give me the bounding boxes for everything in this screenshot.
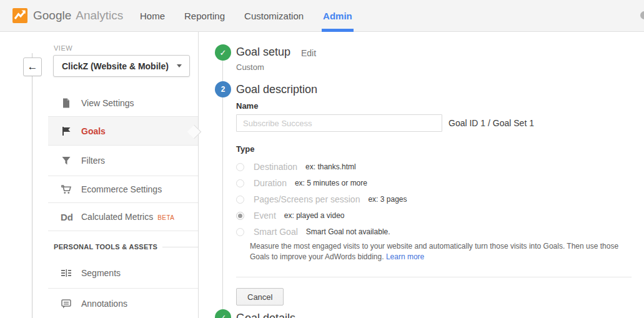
sidebar-item-segments[interactable]: Segments [48,257,198,289]
option-event[interactable]: Event ex: played a video [236,207,407,224]
calculated-metrics-icon: Dd [61,212,72,222]
sidebar-item-filters[interactable]: Filters [48,146,198,176]
annotation-icon [61,298,72,309]
step-2-circle: 2 [215,81,231,97]
option-label: Smart Goal [254,227,298,237]
sidebar-item-view-settings[interactable]: View Settings [48,89,198,117]
cancel-button[interactable]: Cancel [236,288,284,306]
radio-duration[interactable] [236,179,244,187]
type-label: Type [236,144,254,154]
name-label: Name [236,101,258,111]
check-icon: ✓ [220,313,227,318]
smart-goal-description-text: Measure the most engaged visits to your … [250,242,618,261]
step-2-number: 2 [221,85,225,94]
section-header-label: PERSONAL TOOLS & ASSETS [54,243,157,251]
option-hint: ex: played a video [284,211,345,220]
option-pages-per-session[interactable]: Pages/Screens per session ex: 3 pages [236,191,407,207]
sidebar-item-label: Ecommerce Settings [81,184,162,194]
nav-home-label: Home [140,11,165,21]
smart-goal-description: Measure the most engaged visits to your … [250,241,636,262]
funnel-icon [61,155,72,166]
step-1-complete-circle: ✓ [215,44,231,61]
radio-destination[interactable] [236,163,244,171]
personal-tools-section-header: PERSONAL TOOLS & ASSETS [48,231,198,257]
option-label: Duration [254,178,287,188]
nav-customization[interactable]: Customization [244,0,304,32]
caret-down-icon [177,64,182,67]
form-divider [236,277,632,277]
view-selector-value: ClickZ (Website & Mobile) [62,61,169,71]
learn-more-link[interactable]: Learn more [386,252,424,261]
sidebar-item-label: Calculated Metrics [81,212,153,222]
edit-link[interactable]: Edit [301,48,316,58]
step-3-circle: ✓ [215,309,231,318]
radio-pages-per-session[interactable] [236,196,244,204]
option-hint: Smart Goal not available. [306,227,390,236]
radio-smart-goal[interactable] [236,228,244,236]
cart-icon [61,184,72,195]
sidebar-rail-line [32,53,32,318]
google-analytics-admin-screen: Google Analytics Home Reporting Customiz… [0,0,644,318]
option-hint: ex: 5 minutes or more [295,179,367,187]
analytics-logo-icon [12,8,27,23]
sidebar-item-label: Goals [81,126,106,136]
sidebar-menu: View Settings Goals Filters Ecommerce Se… [48,89,198,318]
document-icon [61,97,72,109]
sidebar-item-ecommerce-settings[interactable]: Ecommerce Settings [48,176,198,203]
radio-dot [238,214,242,218]
option-destination[interactable]: Destination ex: thanks.html [236,159,407,175]
segments-icon [61,267,72,279]
option-duration[interactable]: Duration ex: 5 minutes or more [236,175,407,191]
sidebar-item-label: Segments [81,268,121,278]
sidebar-item-label: Annotations [81,299,127,309]
goal-details-heading: Goal details [236,312,295,318]
back-arrow-icon: ← [27,61,38,73]
option-hint: ex: 3 pages [368,195,407,204]
brand-text: Google [33,9,71,22]
section-header-rule [162,247,198,247]
sidebar-item-goals[interactable]: Goals [48,117,198,146]
goal-setup-value: Custom [236,62,264,72]
goal-description-heading: Goal description [236,83,317,96]
flag-icon [61,126,72,137]
beta-badge: BETA [157,214,174,221]
cut-off-user-icon [640,11,644,19]
nav-home[interactable]: Home [140,0,165,32]
option-hint: ex: thanks.html [305,162,356,171]
nav-reporting[interactable]: Reporting [184,0,225,32]
goal-type-options: Destination ex: thanks.html Duration ex:… [236,159,407,240]
goal-name-input[interactable] [236,114,442,132]
sidebar-item-annotations[interactable]: Annotations [48,289,198,318]
nav-customization-label: Customization [244,11,304,21]
nav-admin-label: Admin [323,11,352,21]
product-text: Analytics [76,9,123,22]
google-analytics-logo[interactable]: Google Analytics [12,8,123,23]
primary-nav: Home Reporting Customization Admin [140,0,352,32]
check-icon: ✓ [220,48,227,57]
view-section-label: VIEW [54,44,72,52]
goal-id-text: Goal ID 1 / Goal Set 1 [448,118,534,128]
option-label: Destination [254,162,297,172]
goal-setup-heading: Goal setup [236,46,290,59]
radio-event-selected[interactable] [236,212,244,220]
option-smart-goal[interactable]: Smart Goal Smart Goal not available. [236,224,407,240]
sidebar-item-calculated-metrics[interactable]: Dd Calculated Metrics BETA [48,203,198,231]
nav-admin[interactable]: Admin [323,0,352,32]
sidebar-item-label: Filters [81,156,105,166]
option-label: Pages/Screens per session [254,194,360,204]
back-button[interactable]: ← [23,57,42,76]
sidebar-item-label: View Settings [81,98,134,108]
active-tab-underline [322,29,354,32]
sidebar-right-border [198,32,199,318]
option-label: Event [254,211,276,221]
view-selector-dropdown[interactable]: ClickZ (Website & Mobile) [53,55,190,77]
top-nav-bar: Google Analytics Home Reporting Customiz… [0,0,644,32]
nav-reporting-label: Reporting [184,11,225,21]
